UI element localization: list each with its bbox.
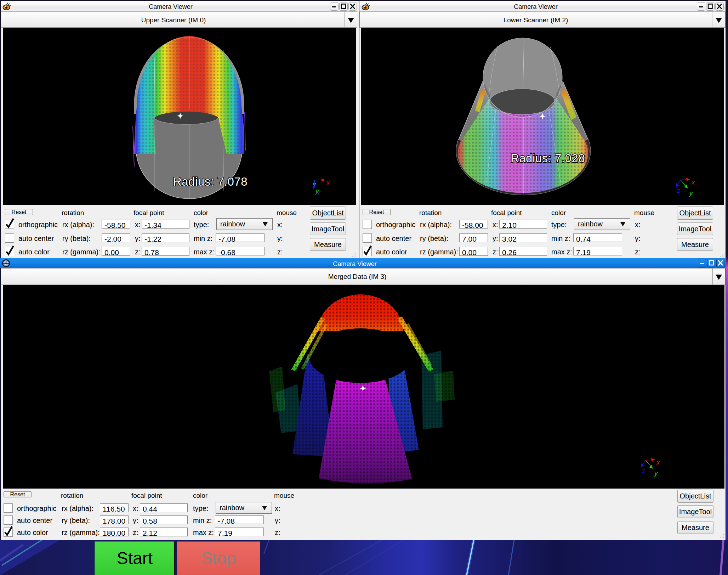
- svg-text:x: x: [691, 179, 695, 186]
- svg-text:z: z: [317, 189, 321, 196]
- svg-text:x: x: [656, 459, 660, 466]
- svg-text:y: y: [654, 469, 658, 477]
- svg-text:y: y: [689, 189, 693, 197]
- svg-text:x: x: [326, 179, 330, 186]
- svg-text:z: z: [642, 467, 645, 474]
- svg-text:Radius: 7.028: Radius: 7.028: [511, 152, 585, 165]
- svg-text:z: z: [677, 187, 680, 194]
- svg-text:Radius: 7.078: Radius: 7.078: [173, 175, 248, 188]
